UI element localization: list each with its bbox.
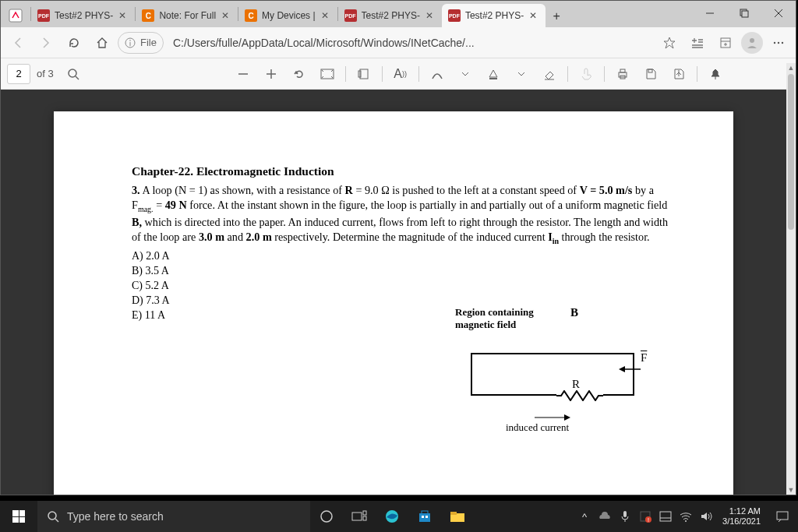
question-text: 3. A loop (N = 1) as shown, with a resis… — [132, 183, 677, 246]
read-aloud-button[interactable]: A)) — [387, 62, 414, 86]
close-icon[interactable]: ✕ — [423, 9, 436, 22]
security-icon[interactable]: ! — [635, 501, 655, 532]
pdf-viewport[interactable]: Chapter-22. Electromagnetic Induction 3.… — [1, 90, 786, 495]
close-button[interactable] — [761, 1, 796, 26]
vertical-scrollbar[interactable]: ▲ ▼ — [786, 63, 796, 495]
page-view-button[interactable] — [351, 62, 377, 86]
draw-menu-button[interactable] — [452, 62, 478, 86]
onedrive-icon[interactable] — [595, 501, 615, 532]
refresh-button[interactable] — [62, 30, 87, 55]
svg-line-36 — [55, 519, 58, 522]
date-label: 3/16/2021 — [722, 516, 761, 527]
clock[interactable]: 1:12 AM 3/16/2021 — [716, 506, 767, 527]
force-label: F — [641, 351, 647, 365]
search-placeholder: Type here to search — [67, 510, 164, 523]
mic-icon[interactable] — [615, 501, 635, 532]
explorer-icon[interactable] — [441, 501, 474, 532]
svg-rect-45 — [425, 516, 428, 518]
close-icon[interactable]: ✕ — [319, 9, 331, 22]
favorites-list-button[interactable] — [685, 30, 710, 55]
svg-point-14 — [774, 41, 775, 43]
app-icon[interactable] — [4, 4, 27, 27]
edge-icon[interactable] — [376, 501, 408, 532]
save-as-button[interactable] — [666, 62, 692, 86]
wifi-icon[interactable] — [676, 501, 696, 532]
svg-marker-32 — [619, 366, 625, 372]
tray-chevron-icon[interactable]: ^ — [574, 501, 595, 532]
window-controls — [693, 1, 796, 26]
svg-point-37 — [321, 511, 332, 522]
file-badge-label: File — [140, 37, 157, 48]
tab-4[interactable]: PDF Test#2 PHYS- ✕ — [442, 4, 546, 27]
minimize-button[interactable] — [693, 1, 727, 26]
tab-0[interactable]: PDF Test#2 PHYS- ✕ — [31, 4, 135, 27]
highlight-button[interactable] — [480, 62, 507, 86]
url-display[interactable]: C:/Users/fulle/AppData/Local/Microsoft/W… — [167, 37, 654, 49]
tab-label: Test#2 PHYS- — [362, 10, 420, 21]
scroll-thumb[interactable] — [788, 74, 794, 230]
volume-icon[interactable] — [696, 501, 716, 532]
svg-rect-38 — [352, 513, 362, 520]
highlight-menu-button[interactable] — [508, 62, 535, 86]
r-label: R — [572, 378, 580, 391]
more-button[interactable] — [766, 30, 791, 55]
svg-rect-52 — [660, 512, 671, 521]
touch-button — [573, 62, 599, 86]
chapter-title: Chapter-22. Electromagnetic Induction — [132, 164, 677, 178]
save-button[interactable] — [637, 62, 664, 86]
back-button[interactable] — [5, 30, 30, 55]
cortana-icon[interactable] — [310, 501, 343, 532]
close-icon[interactable]: ✕ — [116, 9, 129, 22]
answer-b: B) 3.5 A — [132, 264, 677, 279]
zoom-in-button[interactable] — [258, 62, 284, 86]
store-icon[interactable] — [408, 501, 441, 532]
erase-button[interactable] — [536, 62, 563, 86]
task-view-icon[interactable] — [343, 501, 376, 532]
address-bar-row: File C:/Users/fulle/AppData/Local/Micros… — [1, 27, 796, 58]
windows-icon — [12, 510, 25, 523]
page-number-input[interactable] — [7, 64, 30, 84]
page-total-label: of 3 — [37, 68, 54, 79]
close-icon[interactable]: ✕ — [527, 9, 539, 22]
taskbar-search[interactable]: Type here to search — [37, 501, 310, 532]
svg-point-35 — [48, 512, 56, 520]
zoom-out-button[interactable] — [230, 62, 256, 86]
start-button[interactable] — [0, 501, 37, 532]
new-tab-button[interactable]: + — [546, 5, 567, 27]
scroll-down-icon[interactable]: ▼ — [786, 485, 796, 495]
induced-current-label: induced current — [506, 421, 569, 434]
tab-3[interactable]: PDF Test#2 PHYS- ✕ — [338, 4, 442, 27]
page-content: Chapter-22. Electromagnetic Induction 3.… — [132, 164, 677, 322]
tab-1[interactable]: C Note: For Full ✕ — [136, 4, 238, 27]
svg-line-18 — [76, 76, 79, 79]
chegg-icon: C — [245, 9, 257, 22]
notifications-button[interactable] — [767, 501, 798, 532]
profile-button[interactable] — [741, 32, 763, 54]
close-icon[interactable]: ✕ — [219, 9, 231, 22]
maximize-button[interactable] — [727, 1, 761, 26]
question-figure: Region containingmagnetic field B R F in… — [440, 306, 658, 439]
rotate-button[interactable] — [286, 62, 312, 86]
collections-button[interactable] — [713, 30, 738, 55]
draw-button[interactable] — [424, 62, 450, 86]
svg-text:!: ! — [648, 517, 649, 523]
touchpad-icon[interactable] — [655, 501, 676, 532]
b-label: B — [570, 306, 578, 319]
resistor-icon — [556, 390, 603, 401]
loop-rectangle — [471, 353, 634, 396]
favorite-button[interactable] — [657, 30, 682, 55]
tab-2[interactable]: C My Devices | ✕ — [238, 4, 337, 27]
print-button[interactable] — [609, 62, 636, 86]
answer-a: A) 2.0 A — [132, 249, 677, 264]
forward-button[interactable] — [34, 30, 58, 55]
tab-label: Test#2 PHYS- — [465, 10, 524, 21]
svg-point-15 — [778, 41, 779, 43]
tab-label: Note: For Full — [159, 10, 216, 21]
info-icon — [125, 37, 136, 48]
svg-rect-3 — [742, 11, 748, 17]
find-button[interactable] — [60, 62, 87, 86]
scroll-up-icon[interactable]: ▲ — [786, 63, 796, 72]
pin-toolbar-button[interactable] — [702, 62, 729, 86]
fit-button[interactable] — [314, 62, 341, 86]
home-button[interactable] — [90, 30, 115, 55]
